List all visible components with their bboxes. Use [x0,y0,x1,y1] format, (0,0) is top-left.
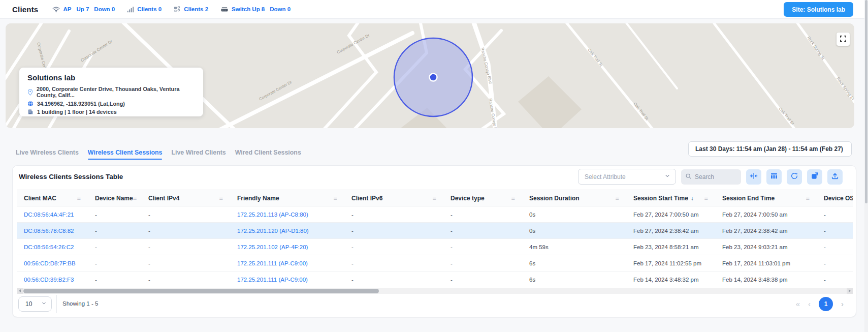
tab-live-wired-clients[interactable]: Live Wired Clients [171,149,226,160]
scroll-right-arrow[interactable] [847,288,853,294]
stat-label: Up 7 [76,6,89,12]
wired-clients-status[interactable]: Clients 2 [174,6,210,13]
column-menu-icon[interactable]: ≡ [806,194,810,202]
stat-label: AP [63,6,71,12]
columns-button[interactable] [766,169,782,185]
site-selector-button[interactable]: Site: Solutions lab [784,2,853,17]
table-row[interactable]: DC:08:56:4A:4F:21--172.25.201.113 (AP-C8… [17,206,853,223]
building-icon [27,109,34,115]
horizontal-scrollbar-thumb[interactable] [23,289,379,293]
table-row[interactable]: DC:08:56:78:C8:82--172.25.201.120 (AP-D1… [17,223,853,239]
column-menu-icon[interactable]: ≡ [615,194,619,202]
tab-wired-client-sessions[interactable]: Wired Client Sessions [235,149,301,160]
map-fullscreen-button[interactable] [837,33,850,46]
client-mac-link[interactable]: DC:08:56:54:26:C2 [17,239,88,255]
horizontal-scrollbar[interactable] [17,288,853,294]
first-page-button[interactable]: « [796,297,800,311]
tab-live-wireless-clients[interactable]: Live Wireless Clients [16,149,79,160]
page-size-select[interactable]: 10 [18,296,52,312]
column-label: Client IPv6 [351,195,382,202]
vertical-scrollbar-thumb[interactable] [865,0,867,203]
column-menu-icon[interactable]: ≡ [511,194,515,202]
friendly-name-link[interactable]: 172.25.201.113 (AP-C8:80) [230,206,344,223]
site-coordinates: 34.196962, -118.923051 (Lat,Long) [37,101,125,107]
column-menu-icon[interactable]: ≡ [333,194,337,202]
friendly-name-link[interactable]: 172.25.201.111 (AP-C9:00) [230,271,344,288]
site-address: 2000, Corporate Center Drive, Thousand O… [37,86,195,98]
column-header-device-name[interactable]: Device Name≡ [88,190,141,206]
table-row[interactable]: DC:08:56:54:26:C2--172.25.201.102 (AP-4F… [17,239,853,255]
select-attribute-dropdown[interactable]: Select Attribute [578,169,676,185]
client-view-tabs: Live Wireless Clients Wireless Client Se… [16,149,301,160]
sort-descending-icon[interactable]: ↓ [691,195,694,202]
current-page-button[interactable]: 1 [819,297,833,311]
client-mac-link[interactable]: DC:08:56:78:C8:82 [17,223,88,239]
column-menu-icon[interactable]: ≡ [77,194,81,202]
column-label: Device OS [824,195,853,202]
table-cell: - [88,271,141,288]
column-menu-icon[interactable]: ≡ [432,194,436,202]
chevron-down-icon [41,300,47,308]
friendly-name-link[interactable]: 172.25.201.120 (AP-D1:80) [230,223,344,239]
export-button[interactable] [807,169,822,185]
table-cell: - [88,255,141,271]
column-header-client-ipv4[interactable]: Client IPv4≡ [141,190,230,206]
column-header-device-type[interactable]: Device type≡ [443,190,522,206]
column-menu-icon[interactable]: ≡ [704,194,708,202]
column-header-session-duration[interactable]: Session Duration≡ [522,190,626,206]
table-cell: - [88,223,141,239]
table-cell: - [88,206,141,223]
column-menu-icon[interactable]: ≡ [219,194,223,202]
column-header-client-ipv6[interactable]: Client IPv6≡ [344,190,443,206]
scroll-left-arrow[interactable] [17,288,23,294]
fit-columns-button[interactable] [746,169,761,185]
site-info-card: Solutions lab 2000, Corporate Center Dri… [19,68,203,116]
switch-status[interactable]: Switch Up 8 Down 0 [220,6,293,13]
next-page-button[interactable]: › [841,297,844,311]
client-mac-link[interactable]: 00:56:CD:39:B2:F3 [17,271,88,288]
device-status-summary: AP Up 7 Down 0 Clients 0 Clients 2 Switc… [52,6,293,13]
column-header-session-end-time[interactable]: Session End Time≡ [715,190,817,206]
client-mac-link[interactable]: 00:56:CD:D8:7F:BB [17,255,88,271]
vertical-scrollbar[interactable] [864,0,868,332]
client-mac-link[interactable]: DC:08:56:4A:4F:21 [17,206,88,223]
column-header-device-os[interactable]: Device OS [817,190,853,206]
table-cell: Feb 14, 2024 3:48:32 pm [626,271,715,288]
ap-status[interactable]: AP Up 7 Down 0 [52,6,117,13]
table-cell: - [141,206,230,223]
table-cell: - [141,255,230,271]
friendly-name-link[interactable]: 172.25.201.111 (AP-C9:00) [230,255,344,271]
search-box[interactable] [681,169,741,185]
friendly-name-link[interactable]: 172.25.201.102 (AP-4F:20) [230,239,344,255]
upload-button[interactable] [827,169,843,185]
table-cell: - [817,239,853,255]
table-row[interactable]: 00:56:CD:D8:7F:BB--172.25.201.111 (AP-C9… [17,255,853,271]
stat-label: Down 0 [94,6,115,12]
table-cell: Feb 23, 2024 8:58:21 am [626,239,715,255]
topology-icon [174,6,181,13]
wireless-clients-status[interactable]: Clients 0 [127,6,164,13]
site-marker[interactable] [430,74,437,81]
tab-wireless-client-sessions[interactable]: Wireless Client Sessions [88,149,163,160]
select-attribute-placeholder: Select Attribute [585,173,626,180]
column-header-client-mac[interactable]: Client MAC≡ [17,190,88,206]
table-cell: - [344,255,443,271]
open-in-new-icon [811,172,819,182]
column-label: Session Duration [529,195,580,202]
table-cell: 0s [522,223,626,239]
column-header-friendly-name[interactable]: Friendly Name≡ [230,190,344,206]
column-menu-icon[interactable]: ≡ [133,194,137,202]
wifi-icon [52,6,60,13]
table-cell: 6s [522,271,626,288]
refresh-button[interactable] [787,169,802,185]
site-map[interactable]: Corporate Center Dr Corporate Center Dr … [6,23,854,128]
prev-page-button[interactable]: ‹ [808,297,811,311]
search-input[interactable] [695,173,735,180]
date-range-selector[interactable]: Last 30 Days: 11:54 am (Jan 28) - 11:54 … [688,141,852,157]
table-row[interactable]: 00:56:CD:39:B2:F3--172.25.201.111 (AP-C9… [17,271,853,288]
fullscreen-icon [840,35,847,44]
table-cell: - [817,255,853,271]
location-pin-icon [27,89,33,96]
stat-label: Clients 2 [184,6,208,12]
column-header-session-start-time[interactable]: Session Start Time↓≡ [626,190,715,206]
